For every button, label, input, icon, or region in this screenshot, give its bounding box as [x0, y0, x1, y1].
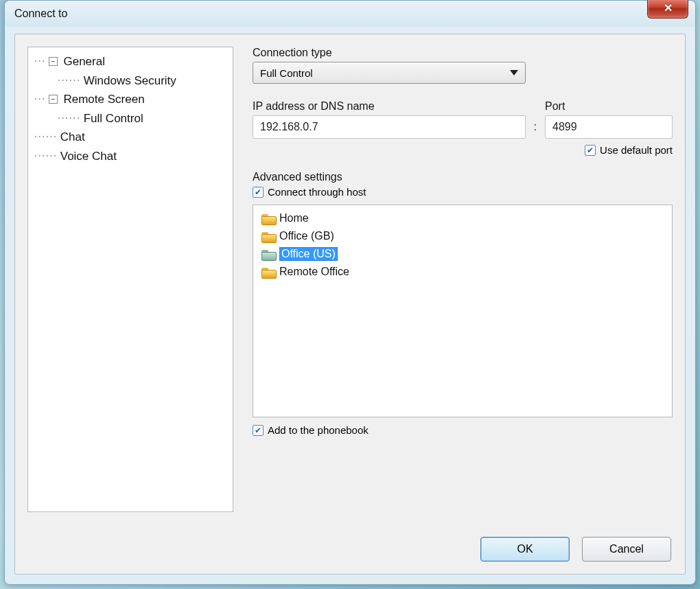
dialog-window: Connect to ✕ ⋯ − General ⋯⋯ Windows Secu…	[4, 0, 696, 585]
port-value: 4899	[552, 121, 577, 133]
tree-connector: ⋯	[34, 92, 45, 105]
add-to-phonebook-checkbox[interactable]: ✔ Add to the phonebook	[253, 424, 673, 436]
button-bar: OK Cancel	[15, 529, 685, 574]
ip-input[interactable]: 192.168.0.7	[253, 115, 526, 139]
tree-item-voice-chat[interactable]: ⋯⋯ Voice Chat	[34, 146, 227, 165]
checkbox-icon: ✔	[585, 145, 596, 156]
add-to-phonebook-label: Add to the phonebook	[268, 424, 369, 436]
chevron-down-icon	[510, 70, 518, 76]
checkbox-icon: ✔	[253, 187, 264, 198]
content-area: ⋯ − General ⋯⋯ Windows Security ⋯ − Remo…	[15, 34, 685, 529]
folder-icon	[261, 213, 275, 224]
folder-open-icon	[261, 249, 275, 259]
settings-panel: Connection type Full Control IP address …	[253, 47, 673, 529]
tree-item-chat[interactable]: ⋯⋯ Chat	[34, 127, 227, 146]
host-item-office-us[interactable]: Office (US)	[259, 245, 666, 263]
tree-item-full-control[interactable]: ⋯⋯ Full Control	[34, 108, 227, 128]
connect-through-host-checkbox[interactable]: ✔ Connect through host	[253, 186, 673, 198]
folder-icon	[261, 231, 275, 242]
host-item-remote-office[interactable]: Remote Office	[259, 263, 666, 281]
window-title: Connect to	[14, 8, 67, 20]
checkbox-icon: ✔	[253, 425, 264, 436]
ip-value: 192.168.0.7	[260, 121, 318, 133]
nav-tree[interactable]: ⋯ − General ⋯⋯ Windows Security ⋯ − Remo…	[27, 47, 233, 512]
tree-connector: ⋯⋯	[34, 130, 57, 143]
tree-item-general[interactable]: ⋯ − General	[34, 51, 227, 71]
connection-type-value: Full Control	[260, 67, 313, 79]
folder-icon	[261, 266, 275, 277]
titlebar[interactable]: Connect to ✕	[5, 1, 695, 27]
ok-button[interactable]: OK	[480, 537, 570, 562]
tree-connector: ⋯⋯	[57, 73, 80, 86]
collapse-icon[interactable]: −	[49, 95, 58, 104]
port-label: Port	[545, 100, 673, 113]
host-list[interactable]: Home Office (GB) Office (US) Remote Offi…	[253, 205, 673, 417]
tree-connector: ⋯⋯	[34, 149, 57, 162]
host-item-home[interactable]: Home	[259, 209, 666, 227]
connect-through-host-label: Connect through host	[268, 186, 366, 198]
tree-connector: ⋯⋯	[57, 111, 80, 124]
tree-item-remote-screen[interactable]: ⋯ − Remote Screen	[34, 89, 227, 108]
connection-type-combo[interactable]: Full Control	[253, 62, 526, 84]
ip-label: IP address or DNS name	[253, 100, 526, 113]
close-icon: ✕	[664, 1, 673, 14]
port-input[interactable]: 4899	[545, 115, 673, 139]
host-item-office-gb[interactable]: Office (GB)	[259, 227, 666, 245]
collapse-icon[interactable]: −	[49, 57, 58, 66]
use-default-port-label: Use default port	[600, 144, 673, 156]
ip-port-separator: :	[534, 121, 537, 139]
connection-type-label: Connection type	[253, 47, 673, 59]
cancel-button[interactable]: Cancel	[582, 537, 671, 562]
tree-item-windows-security[interactable]: ⋯⋯ Windows Security	[34, 71, 227, 90]
use-default-port-checkbox[interactable]: ✔ Use default port	[585, 144, 673, 156]
tree-connector: ⋯	[34, 54, 45, 67]
advanced-settings-label: Advanced settings	[253, 171, 673, 183]
client-area: ⋯ − General ⋯⋯ Windows Security ⋯ − Remo…	[14, 34, 686, 575]
close-button[interactable]: ✕	[647, 0, 688, 19]
